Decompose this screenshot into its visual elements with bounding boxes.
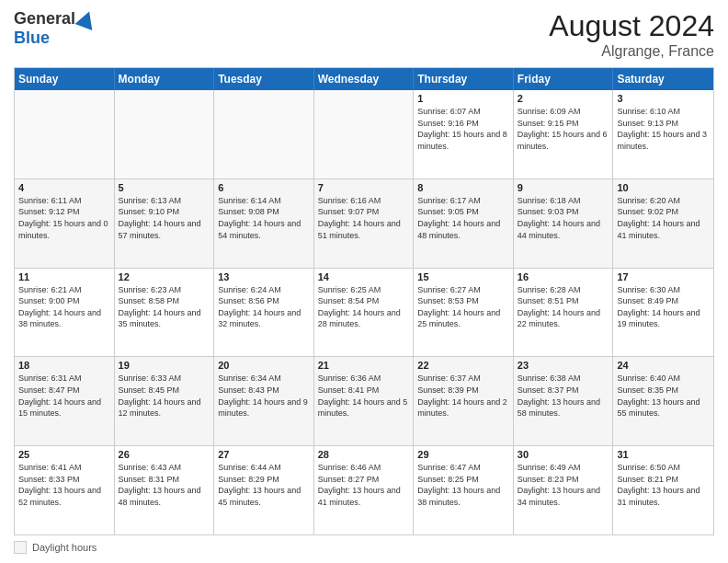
day-number: 25	[18, 449, 110, 460]
cell-info: Sunrise: 6:38 AM Sunset: 8:37 PM Dayligh…	[518, 373, 609, 419]
cell-info: Sunrise: 6:27 AM Sunset: 8:53 PM Dayligh…	[417, 284, 509, 330]
day-number: 18	[18, 360, 110, 371]
day-number: 7	[318, 182, 410, 193]
cal-cell-day-23: 23Sunrise: 6:38 AM Sunset: 8:37 PM Dayli…	[514, 357, 614, 445]
cell-info: Sunrise: 6:10 AM Sunset: 9:13 PM Dayligh…	[617, 106, 710, 152]
cal-cell-empty	[15, 90, 115, 178]
cal-cell-day-20: 20Sunrise: 6:34 AM Sunset: 8:43 PM Dayli…	[214, 357, 314, 445]
cell-info: Sunrise: 6:46 AM Sunset: 8:27 PM Dayligh…	[318, 462, 410, 508]
cell-info: Sunrise: 6:33 AM Sunset: 8:45 PM Dayligh…	[119, 373, 210, 419]
cal-cell-day-21: 21Sunrise: 6:36 AM Sunset: 8:41 PM Dayli…	[314, 357, 415, 445]
cal-row-0: 1Sunrise: 6:07 AM Sunset: 9:16 PM Daylig…	[15, 90, 713, 178]
cell-info: Sunrise: 6:07 AM Sunset: 9:16 PM Dayligh…	[417, 106, 509, 152]
cal-cell-day-29: 29Sunrise: 6:47 AM Sunset: 8:25 PM Dayli…	[414, 446, 514, 534]
day-number: 13	[218, 271, 310, 282]
cell-info: Sunrise: 6:40 AM Sunset: 8:35 PM Dayligh…	[617, 373, 710, 419]
cal-cell-day-13: 13Sunrise: 6:24 AM Sunset: 8:56 PM Dayli…	[214, 269, 314, 357]
cell-info: Sunrise: 6:25 AM Sunset: 8:54 PM Dayligh…	[318, 284, 410, 330]
cal-cell-day-7: 7Sunrise: 6:16 AM Sunset: 9:07 PM Daylig…	[314, 179, 415, 268]
day-number: 16	[518, 271, 609, 282]
day-number: 19	[119, 360, 210, 371]
cal-cell-day-14: 14Sunrise: 6:25 AM Sunset: 8:54 PM Dayli…	[314, 269, 415, 357]
cal-cell-day-25: 25Sunrise: 6:41 AM Sunset: 8:33 PM Dayli…	[15, 446, 115, 534]
cal-row-4: 25Sunrise: 6:41 AM Sunset: 8:33 PM Dayli…	[15, 445, 713, 534]
cal-cell-day-3: 3Sunrise: 6:10 AM Sunset: 9:13 PM Daylig…	[613, 90, 713, 178]
cell-info: Sunrise: 6:43 AM Sunset: 8:31 PM Dayligh…	[119, 462, 210, 508]
cal-cell-day-9: 9Sunrise: 6:18 AM Sunset: 9:03 PM Daylig…	[514, 179, 614, 268]
cell-info: Sunrise: 6:23 AM Sunset: 8:58 PM Dayligh…	[119, 284, 210, 330]
day-number: 4	[18, 182, 110, 193]
cal-cell-day-18: 18Sunrise: 6:31 AM Sunset: 8:47 PM Dayli…	[15, 357, 115, 445]
cal-cell-day-28: 28Sunrise: 6:46 AM Sunset: 8:27 PM Dayli…	[314, 446, 415, 534]
header-day-sunday: Sunday	[15, 68, 115, 90]
day-number: 31	[617, 449, 710, 460]
day-number: 12	[119, 271, 210, 282]
day-number: 24	[617, 360, 710, 371]
day-number: 3	[617, 93, 710, 104]
logo-general-text: General	[14, 9, 75, 29]
cell-info: Sunrise: 6:21 AM Sunset: 9:00 PM Dayligh…	[18, 284, 110, 330]
header-day-friday: Friday	[514, 68, 614, 90]
cell-info: Sunrise: 6:30 AM Sunset: 8:49 PM Dayligh…	[617, 284, 710, 330]
cal-cell-day-6: 6Sunrise: 6:14 AM Sunset: 9:08 PM Daylig…	[214, 179, 314, 268]
day-number: 30	[518, 449, 609, 460]
day-number: 23	[518, 360, 609, 371]
cell-info: Sunrise: 6:34 AM Sunset: 8:43 PM Dayligh…	[218, 373, 310, 419]
cal-row-3: 18Sunrise: 6:31 AM Sunset: 8:47 PM Dayli…	[15, 356, 713, 445]
day-number: 5	[119, 182, 210, 193]
cell-info: Sunrise: 6:41 AM Sunset: 8:33 PM Dayligh…	[18, 462, 110, 508]
logo-triangle-icon	[75, 8, 98, 30]
cal-cell-day-24: 24Sunrise: 6:40 AM Sunset: 8:35 PM Dayli…	[613, 357, 713, 445]
cal-cell-empty	[115, 90, 215, 178]
header-day-wednesday: Wednesday	[314, 68, 415, 90]
day-number: 22	[417, 360, 509, 371]
subtitle: Algrange, France	[549, 43, 714, 60]
cal-cell-empty	[314, 90, 415, 178]
day-number: 10	[617, 182, 710, 193]
legend: Daylight hours	[14, 541, 714, 554]
calendar-body: 1Sunrise: 6:07 AM Sunset: 9:16 PM Daylig…	[15, 90, 713, 534]
page: General Blue August 2024 Algrange, Franc…	[0, 0, 728, 563]
cell-info: Sunrise: 6:31 AM Sunset: 8:47 PM Dayligh…	[18, 373, 110, 419]
cal-cell-day-1: 1Sunrise: 6:07 AM Sunset: 9:16 PM Daylig…	[414, 90, 514, 178]
cal-cell-day-2: 2Sunrise: 6:09 AM Sunset: 9:15 PM Daylig…	[514, 90, 614, 178]
cal-cell-day-22: 22Sunrise: 6:37 AM Sunset: 8:39 PM Dayli…	[414, 357, 514, 445]
cell-info: Sunrise: 6:36 AM Sunset: 8:41 PM Dayligh…	[318, 373, 410, 419]
day-number: 21	[318, 360, 410, 371]
day-number: 9	[518, 182, 609, 193]
day-number: 17	[617, 271, 710, 282]
cell-info: Sunrise: 6:24 AM Sunset: 8:56 PM Dayligh…	[218, 284, 310, 330]
cal-cell-day-11: 11Sunrise: 6:21 AM Sunset: 9:00 PM Dayli…	[15, 269, 115, 357]
cal-cell-day-16: 16Sunrise: 6:28 AM Sunset: 8:51 PM Dayli…	[514, 269, 614, 357]
cell-info: Sunrise: 6:14 AM Sunset: 9:08 PM Dayligh…	[218, 195, 310, 241]
calendar: SundayMondayTuesdayWednesdayThursdayFrid…	[14, 67, 714, 535]
title-block: August 2024 Algrange, France	[549, 9, 714, 60]
cal-cell-day-8: 8Sunrise: 6:17 AM Sunset: 9:05 PM Daylig…	[414, 179, 514, 268]
cell-info: Sunrise: 6:18 AM Sunset: 9:03 PM Dayligh…	[518, 195, 609, 241]
cal-cell-day-26: 26Sunrise: 6:43 AM Sunset: 8:31 PM Dayli…	[115, 446, 215, 534]
day-number: 8	[417, 182, 509, 193]
cell-info: Sunrise: 6:16 AM Sunset: 9:07 PM Dayligh…	[318, 195, 410, 241]
cal-cell-day-4: 4Sunrise: 6:11 AM Sunset: 9:12 PM Daylig…	[15, 179, 115, 268]
cal-cell-empty	[214, 90, 314, 178]
logo: General Blue	[14, 9, 96, 48]
header-day-tuesday: Tuesday	[214, 68, 314, 90]
cal-cell-day-5: 5Sunrise: 6:13 AM Sunset: 9:10 PM Daylig…	[115, 179, 215, 268]
day-number: 26	[119, 449, 210, 460]
logo-blue-text: Blue	[14, 29, 50, 48]
calendar-header: SundayMondayTuesdayWednesdayThursdayFrid…	[15, 68, 713, 90]
cell-info: Sunrise: 6:09 AM Sunset: 9:15 PM Dayligh…	[518, 106, 609, 152]
header-day-thursday: Thursday	[414, 68, 514, 90]
day-number: 28	[318, 449, 410, 460]
legend-label: Daylight hours	[32, 542, 97, 553]
day-number: 20	[218, 360, 310, 371]
day-number: 15	[417, 271, 509, 282]
cal-cell-day-10: 10Sunrise: 6:20 AM Sunset: 9:02 PM Dayli…	[613, 179, 713, 268]
cal-row-2: 11Sunrise: 6:21 AM Sunset: 9:00 PM Dayli…	[15, 268, 713, 357]
cell-info: Sunrise: 6:44 AM Sunset: 8:29 PM Dayligh…	[218, 462, 310, 508]
day-number: 27	[218, 449, 310, 460]
cal-row-1: 4Sunrise: 6:11 AM Sunset: 9:12 PM Daylig…	[15, 178, 713, 268]
day-number: 1	[417, 93, 509, 104]
cell-info: Sunrise: 6:20 AM Sunset: 9:02 PM Dayligh…	[617, 195, 710, 241]
cal-cell-day-27: 27Sunrise: 6:44 AM Sunset: 8:29 PM Dayli…	[214, 446, 314, 534]
